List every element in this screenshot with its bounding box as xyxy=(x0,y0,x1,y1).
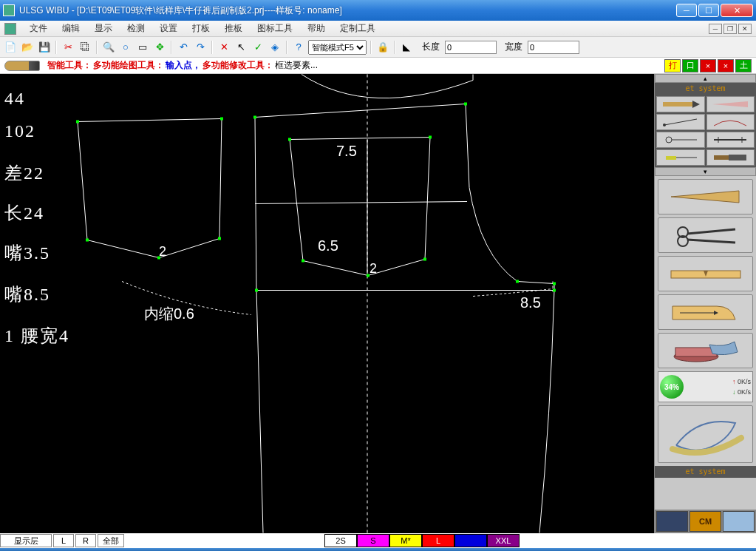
copy-button[interactable]: ⿻ xyxy=(78,40,92,55)
toggle-2[interactable]: 口 xyxy=(682,59,698,72)
minimize-button[interactable]: ─ xyxy=(676,4,697,17)
layer-L-button[interactable]: L xyxy=(53,534,74,547)
menu-grade[interactable]: 推板 xyxy=(217,21,250,36)
bigtool-notch[interactable] xyxy=(658,256,753,291)
bigtool-scissors[interactable] xyxy=(658,217,753,253)
tool-caliper[interactable] xyxy=(706,132,755,148)
unit-buttons: CM xyxy=(655,510,756,533)
size-2S[interactable]: 2S xyxy=(324,534,357,547)
svg-point-30 xyxy=(663,124,666,126)
lock-button[interactable]: 🔒 xyxy=(375,40,390,55)
window-title: ULSG WIBU - [D:\ET09\ET09软件\纸样库\牛仔裤后副制版2… xyxy=(19,4,676,17)
mode-select[interactable]: 智能模式F5 xyxy=(308,40,367,55)
open-button[interactable]: 📂 xyxy=(20,40,35,55)
menu-settings[interactable]: 设置 xyxy=(152,21,185,36)
close-button[interactable]: ✕ xyxy=(721,4,753,17)
confirm-button[interactable]: ✓ xyxy=(251,40,265,55)
bigtool-wash[interactable] xyxy=(658,333,753,368)
menu-custom[interactable]: 定制工具 xyxy=(333,21,383,36)
angle-button[interactable]: ◣ xyxy=(399,40,414,55)
delete-button[interactable]: ✕ xyxy=(217,40,231,55)
menu-edit[interactable]: 编辑 xyxy=(55,21,87,36)
tool-sharp[interactable] xyxy=(706,96,755,112)
size-L[interactable]: L xyxy=(422,534,454,547)
svg-text:6.5: 6.5 xyxy=(318,237,338,254)
panel-footer-label: et system xyxy=(655,466,756,478)
mdi-close-button[interactable]: ✕ xyxy=(738,24,752,34)
menu-check[interactable]: 检测 xyxy=(120,21,152,36)
menu-help[interactable]: 帮助 xyxy=(300,21,333,36)
layer-R-button[interactable]: R xyxy=(75,534,96,547)
tool-curve[interactable] xyxy=(706,114,755,130)
svg-text:内缩0.6: 内缩0.6 xyxy=(144,305,194,322)
bigtool-ruler-curve[interactable] xyxy=(658,405,753,463)
tool-label-d: 多功能修改工具： xyxy=(202,59,273,72)
cut-button[interactable]: ✂ xyxy=(61,40,75,55)
toggle-5[interactable]: 土 xyxy=(735,59,752,72)
panel-scroll-down[interactable]: ▾ xyxy=(655,167,756,176)
menu-file[interactable]: 文件 xyxy=(22,21,55,36)
undo-button[interactable]: ↶ xyxy=(176,40,191,55)
toggle-4[interactable]: × xyxy=(718,59,734,72)
size-XXL[interactable]: XXL xyxy=(487,534,520,547)
new-button[interactable]: 📄 xyxy=(3,40,18,55)
svg-text:2: 2 xyxy=(159,244,166,259)
pick-button[interactable]: ◈ xyxy=(268,40,282,55)
size-S[interactable]: S xyxy=(357,534,389,547)
svg-point-49 xyxy=(674,351,718,362)
pan-button[interactable]: ✥ xyxy=(152,40,167,55)
size-XL[interactable] xyxy=(454,534,487,547)
toggle-1[interactable]: 打 xyxy=(664,59,681,72)
main-toolbar: 📄 📂 💾 ✂ ⿻ 🔍 ○ ▭ ✥ ↶ ↷ ✕ ↖ ✓ ◈ ? 智能模式F5 🔒… xyxy=(0,37,756,58)
length-input[interactable] xyxy=(445,41,497,54)
svg-rect-17 xyxy=(553,283,556,285)
display-layer-button[interactable]: 显示层 xyxy=(0,534,52,547)
cursor-button[interactable]: ↖ xyxy=(234,40,248,55)
tool-label-e: 框选要素... xyxy=(275,59,318,72)
svg-rect-5 xyxy=(220,118,223,121)
svg-line-44 xyxy=(687,240,735,243)
save-button[interactable]: 💾 xyxy=(37,40,52,55)
tool-compass[interactable] xyxy=(656,132,705,148)
zoom-fit-button[interactable]: ▭ xyxy=(135,40,150,55)
svg-rect-12 xyxy=(429,136,432,139)
tool-line1[interactable] xyxy=(656,114,705,130)
side-measure-1: 44 xyxy=(4,89,25,109)
menu-bar: 文件 编辑 显示 检测 设置 打板 推板 图标工具 帮助 定制工具 ─ ❐ ✕ xyxy=(0,21,756,37)
svg-rect-45 xyxy=(671,271,740,278)
help-button[interactable]: ? xyxy=(291,40,306,55)
menu-view[interactable]: 显示 xyxy=(87,21,120,36)
tool-brush[interactable] xyxy=(706,149,755,166)
maximize-button[interactable]: ☐ xyxy=(698,4,719,17)
right-tool-panel: ▴ et system ▾ 34% ↑ 0K/s↓ 0K/s et system… xyxy=(654,74,756,533)
length-label: 长度 xyxy=(422,41,440,53)
menu-pattern[interactable]: 打板 xyxy=(185,21,217,36)
tool-pencil[interactable] xyxy=(656,96,705,112)
svg-rect-36 xyxy=(666,156,676,160)
unit-btn-cm[interactable]: CM xyxy=(689,511,721,532)
width-input[interactable] xyxy=(528,41,579,54)
side-measure-5: 嘴3.5 xyxy=(4,241,50,265)
layer-all-button[interactable]: 全部 xyxy=(98,534,124,547)
zoom-in-button[interactable]: 🔍 xyxy=(101,40,116,55)
unit-btn-1[interactable] xyxy=(656,511,688,532)
bigtool-dart[interactable] xyxy=(658,179,753,214)
app-icon xyxy=(3,4,15,16)
svg-rect-50 xyxy=(675,348,717,356)
canvas-area[interactable]: 7.5 6.5 2 2 8.5 内缩0.6 44 102 差22 长24 嘴3.… xyxy=(0,74,654,533)
toggle-3[interactable]: × xyxy=(700,59,716,72)
bigtool-pattern[interactable] xyxy=(658,294,753,330)
mdi-restore-button[interactable]: ❐ xyxy=(723,24,737,34)
redo-button[interactable]: ↷ xyxy=(193,40,208,55)
size-M[interactable]: M* xyxy=(389,534,422,547)
svg-rect-18 xyxy=(553,289,556,292)
side-measure-3: 差22 xyxy=(4,161,44,185)
menu-icontools[interactable]: 图标工具 xyxy=(250,21,300,36)
unit-btn-3[interactable] xyxy=(723,511,755,532)
mdi-minimize-button[interactable]: ─ xyxy=(709,24,722,34)
panel-scroll-up[interactable]: ▴ xyxy=(655,74,756,83)
svg-marker-46 xyxy=(704,271,708,277)
zoom-out-button[interactable]: ○ xyxy=(118,40,133,55)
tool-gauge[interactable] xyxy=(656,149,705,166)
svg-line-1 xyxy=(255,202,467,204)
